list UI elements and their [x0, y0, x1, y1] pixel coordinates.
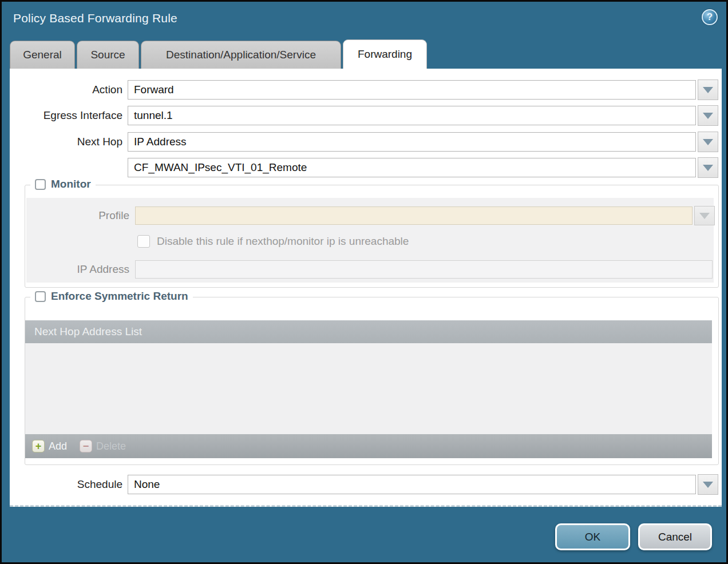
next-hop-address-list-toolbar: + Add − Delete [25, 434, 712, 458]
next-hop-address-list-body[interactable] [25, 343, 712, 434]
action-combo: Forward [128, 80, 718, 100]
schedule-combo: None [128, 475, 718, 494]
help-icon[interactable]: ? [702, 9, 718, 25]
chevron-down-icon [703, 165, 713, 171]
schedule-label: Schedule [14, 475, 122, 494]
next-hop-dropdown-button[interactable] [698, 132, 718, 152]
monitor-ip-address-field [135, 260, 713, 279]
enforce-symmetric-return-section: Enforce Symmetric Return Next Hop Addres… [25, 297, 719, 465]
next-hop-address-value[interactable]: CF_MWAN_IPsec_VTI_01_Remote [128, 158, 696, 177]
minus-icon: − [80, 440, 92, 452]
monitor-legend: Monitor [30, 178, 96, 190]
monitor-checkbox[interactable] [35, 179, 46, 190]
tab-destination-application-service[interactable]: Destination/Application/Service [141, 41, 341, 69]
schedule-value[interactable]: None [128, 475, 696, 494]
disable-rule-checkbox [137, 235, 150, 248]
enforce-legend-label: Enforce Symmetric Return [51, 290, 188, 303]
next-hop-label: Next Hop [14, 132, 122, 152]
tab-forwarding[interactable]: Forwarding [343, 39, 427, 69]
monitor-ip-address-label: IP Address [38, 260, 129, 279]
add-button[interactable]: + Add [32, 440, 67, 452]
cancel-button[interactable]: Cancel [638, 523, 712, 550]
next-hop-address-combo: CF_MWAN_IPsec_VTI_01_Remote [128, 158, 718, 177]
action-value[interactable]: Forward [128, 80, 696, 100]
policy-based-forwarding-dialog: Policy Based Forwarding Rule ? General S… [0, 0, 728, 564]
next-hop-address-list-header: Next Hop Address List [25, 320, 712, 343]
monitor-legend-label: Monitor [51, 178, 91, 190]
next-hop-combo: IP Address [128, 132, 718, 152]
egress-interface-dropdown-button[interactable] [698, 105, 718, 126]
tab-general[interactable]: General [10, 41, 75, 69]
chevron-down-icon [703, 139, 713, 145]
disable-rule-label: Disable this rule if nexthop/monitor ip … [157, 235, 409, 248]
chevron-down-icon [699, 213, 710, 219]
chevron-down-icon [703, 482, 713, 488]
egress-interface-combo: tunnel.1 [128, 106, 718, 125]
chevron-down-icon [703, 113, 713, 119]
egress-interface-value[interactable]: tunnel.1 [128, 106, 696, 125]
plus-icon: + [32, 440, 45, 452]
delete-button: − Delete [80, 440, 126, 452]
enforce-symmetric-return-checkbox[interactable] [35, 291, 46, 302]
next-hop-address-table: Next Hop Address List + Add − Delete [25, 320, 712, 458]
dialog-title: Policy Based Forwarding Rule [13, 11, 177, 25]
next-hop-address-dropdown-button[interactable] [698, 157, 718, 178]
profile-label: Profile [38, 206, 129, 225]
delete-button-label: Delete [96, 440, 126, 452]
action-label: Action [14, 80, 122, 100]
forwarding-tab-panel: Action Forward Egress Interface tunnel.1… [10, 69, 722, 507]
next-hop-value[interactable]: IP Address [128, 132, 696, 152]
tab-source[interactable]: Source [77, 41, 139, 69]
add-button-label: Add [49, 440, 67, 452]
tab-bar: General Source Destination/Application/S… [10, 39, 427, 69]
monitor-section: Monitor Profile Disable this rule if nex… [25, 185, 719, 288]
schedule-dropdown-button[interactable] [698, 474, 718, 495]
enforce-legend: Enforce Symmetric Return [30, 290, 193, 303]
egress-interface-label: Egress Interface [14, 106, 122, 125]
chevron-down-icon [703, 87, 713, 93]
profile-dropdown-button [694, 206, 715, 225]
ok-button[interactable]: OK [555, 523, 630, 550]
action-dropdown-button[interactable] [698, 80, 718, 100]
profile-field [135, 206, 693, 225]
